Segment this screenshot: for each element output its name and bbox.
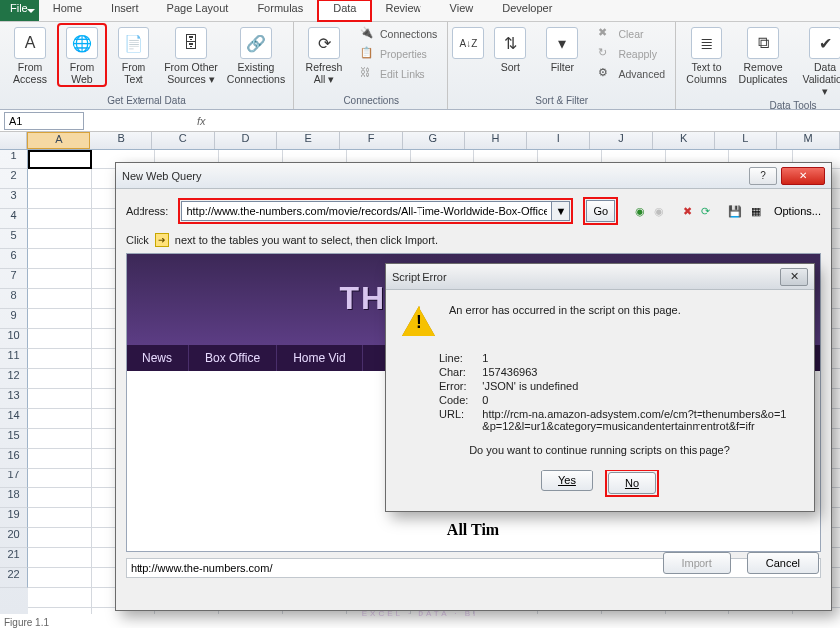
col-header[interactable]: H	[465, 132, 528, 149]
row-header[interactable]: 6	[0, 249, 28, 269]
dialog-titlebar[interactable]: Script Error ✕	[386, 264, 814, 290]
row-header[interactable]: 1	[0, 150, 28, 169]
refresh-all-button[interactable]: ⟳Refresh All ▾	[300, 24, 348, 86]
nav-item[interactable]: Home Vid	[277, 345, 362, 371]
properties-button[interactable]: 📋Properties	[356, 44, 441, 64]
select-all-corner[interactable]	[0, 132, 27, 149]
row-header[interactable]: 11	[0, 349, 28, 369]
continue-prompt: Do you want to continue running scripts …	[402, 444, 798, 456]
from-other-sources-button[interactable]: 🗄From Other Sources ▾	[161, 24, 221, 86]
row-header[interactable]: 8	[0, 289, 28, 309]
address-dropdown[interactable]: ▼	[552, 201, 570, 221]
hide-icons-icon[interactable]: ▦	[749, 202, 762, 220]
row-header[interactable]: 16	[0, 449, 28, 469]
dialog-titlebar[interactable]: New Web Query ? ✕	[116, 163, 831, 189]
data-validation-button[interactable]: ✔Data Validation ▾	[795, 24, 840, 98]
row-header[interactable]: 22	[0, 568, 28, 588]
row-header[interactable]: 5	[0, 229, 28, 249]
text-to-columns-button[interactable]: ≣Text to Columns	[682, 24, 731, 86]
row-header[interactable]: 12	[0, 369, 28, 389]
warning-icon	[402, 306, 435, 336]
advanced-icon: ⚙	[598, 66, 614, 82]
col-header[interactable]: C	[152, 132, 215, 149]
nav-item[interactable]: Box Office	[189, 345, 277, 371]
sort-az-button[interactable]: A↓Z	[454, 24, 482, 62]
script-error-dialog: Script Error ✕ An error has occurred in …	[385, 263, 815, 512]
tab-file[interactable]: File	[0, 0, 39, 21]
row-header[interactable]: 21	[0, 548, 28, 568]
sort-button[interactable]: ⇅Sort	[486, 24, 534, 74]
row-header[interactable]: 3	[0, 189, 28, 209]
row-header[interactable]: 4	[0, 209, 28, 229]
col-header[interactable]: J	[590, 132, 653, 149]
row-header[interactable]: 10	[0, 329, 28, 349]
tab-review[interactable]: Review	[371, 0, 435, 21]
filter-button[interactable]: ▾Filter	[538, 24, 586, 74]
help-button[interactable]: ?	[749, 167, 777, 185]
col-header[interactable]: G	[403, 132, 465, 149]
forward-icon[interactable]: ◉	[653, 202, 666, 220]
existing-connections-button[interactable]: 🔗Existing Connections	[225, 24, 287, 86]
clear-button[interactable]: ✖Clear	[594, 24, 669, 44]
from-web-button[interactable]: 🌐From Web	[58, 24, 106, 86]
group-label-connections: Connections	[300, 93, 441, 109]
row-header[interactable]: 9	[0, 309, 28, 329]
address-label: Address:	[126, 205, 168, 217]
row-header[interactable]: 2	[0, 169, 28, 189]
row-header[interactable]: 13	[0, 389, 28, 409]
col-header[interactable]: D	[215, 132, 278, 149]
tab-pagelayout[interactable]: Page Layout	[153, 0, 244, 21]
row-header[interactable]: 15	[0, 429, 28, 449]
tab-data[interactable]: Data	[318, 0, 371, 21]
from-text-button[interactable]: 📄From Text	[110, 24, 157, 86]
error-message: An error has occurred in the script on t…	[449, 304, 681, 336]
import-button[interactable]: Import	[663, 552, 731, 574]
yes-button[interactable]: Yes	[541, 470, 593, 491]
col-header[interactable]: B	[90, 132, 152, 149]
row-header[interactable]: 20	[0, 528, 28, 548]
tab-view[interactable]: View	[436, 0, 489, 21]
col-header[interactable]: I	[527, 132, 590, 149]
stop-icon[interactable]: ✖	[681, 202, 694, 220]
refresh-page-icon[interactable]: ⟳	[700, 202, 712, 220]
edit-links-button[interactable]: ⛓Edit Links	[356, 64, 441, 84]
cancel-button[interactable]: Cancel	[747, 552, 819, 574]
reapply-button[interactable]: ↻Reapply	[594, 44, 669, 64]
name-box[interactable]	[4, 112, 84, 130]
group-label-get-ext: Get External Data	[6, 93, 287, 109]
col-header[interactable]: K	[653, 132, 715, 149]
fx-icon[interactable]: fx	[197, 115, 206, 127]
close-button[interactable]: ✕	[781, 167, 825, 185]
col-header[interactable]: L	[715, 132, 778, 149]
col-header[interactable]: E	[277, 132, 340, 149]
go-button[interactable]: Go	[586, 200, 615, 222]
col-header[interactable]: M	[777, 132, 840, 149]
back-icon[interactable]: ◉	[634, 202, 647, 220]
row-header[interactable]: 19	[0, 508, 28, 528]
col-header[interactable]: A	[27, 132, 90, 149]
row-header[interactable]: 7	[0, 269, 28, 289]
options-link[interactable]: Options...	[774, 205, 821, 217]
sort-icon: ⇅	[494, 27, 526, 59]
row-headers: 1 2 3 4 5 6 7 8 9 10 11 12 13 14 15 16 1…	[0, 150, 28, 614]
dialog-title: Script Error	[392, 271, 447, 283]
address-input[interactable]	[181, 201, 552, 221]
active-cell[interactable]	[28, 150, 92, 169]
globe-icon: 🌐	[66, 27, 98, 59]
save-query-icon[interactable]: 💾	[727, 202, 743, 220]
connections-button[interactable]: 🔌Connections	[356, 24, 441, 44]
tab-developer[interactable]: Developer	[488, 0, 567, 21]
tab-formulas[interactable]: Formulas	[243, 0, 318, 21]
from-access-button[interactable]: AFrom Access	[6, 24, 54, 86]
advanced-button[interactable]: ⚙Advanced	[594, 64, 669, 84]
no-button[interactable]: No	[608, 472, 656, 494]
row-header[interactable]: 14	[0, 409, 28, 429]
row-header[interactable]: 18	[0, 488, 28, 508]
col-header[interactable]: F	[340, 132, 403, 149]
remove-duplicates-button[interactable]: ⧉Remove Duplicates	[735, 24, 791, 86]
tab-insert[interactable]: Insert	[97, 0, 153, 21]
row-header[interactable]: 17	[0, 469, 28, 488]
nav-item[interactable]: News	[127, 345, 189, 371]
tab-home[interactable]: Home	[39, 0, 97, 21]
close-button[interactable]: ✕	[780, 268, 808, 286]
